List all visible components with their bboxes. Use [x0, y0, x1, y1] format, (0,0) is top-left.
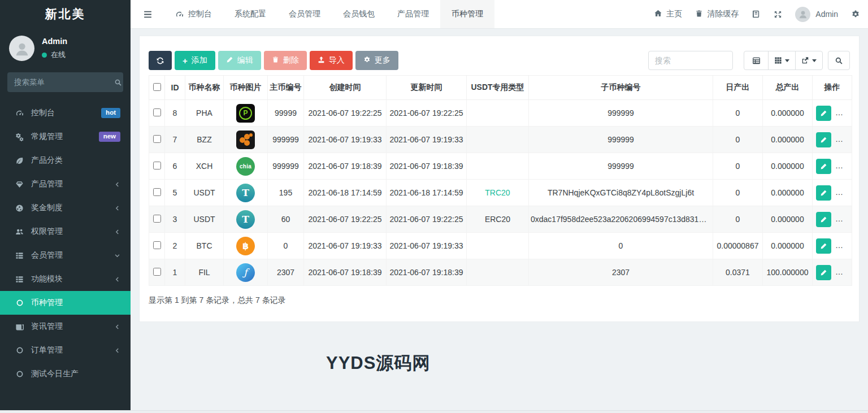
hamburger-menu-icon[interactable] [135, 0, 160, 28]
cell-updated-time: 2021-06-07 19:22:25 [387, 206, 467, 233]
view-button-group [744, 51, 823, 70]
clear-cache-button[interactable]: 清除缓存 [695, 9, 739, 19]
top-tab[interactable]: 系统配置 [223, 0, 277, 28]
select-all-checkbox[interactable] [153, 83, 161, 91]
toggle-view-icon[interactable] [744, 51, 769, 70]
top-navbar: 控制台系统配置会员管理会员钱包产品管理币种管理 主页 清除缓存 [131, 0, 868, 29]
sidebar-item[interactable]: 订单管理 [0, 338, 131, 362]
refresh-button[interactable] [149, 51, 172, 70]
delete-row-button[interactable] [837, 212, 852, 227]
sidebar-item[interactable]: 会员管理 [0, 244, 131, 267]
chevron-down-icon [114, 253, 120, 259]
chevron-left-icon [114, 347, 120, 354]
sidebar-item[interactable]: 币种管理 [0, 291, 131, 315]
fullscreen-icon[interactable] [774, 10, 782, 19]
plus-icon: + [183, 56, 188, 66]
cell-actions [813, 180, 852, 206]
cell-updated-time: 2021-06-07 19:19:33 [387, 127, 467, 153]
sidebar-item[interactable]: 产品管理 [0, 172, 131, 196]
row-checkbox[interactable] [153, 268, 161, 276]
cell-actions [813, 153, 852, 180]
sidebar-search [7, 72, 123, 92]
delete-button[interactable]: 删除 [264, 51, 307, 70]
cell-daily-output: 0.0371 [713, 259, 763, 286]
delete-row-button[interactable] [837, 238, 852, 254]
navbar-user[interactable]: Admin [795, 7, 838, 22]
top-tab[interactable]: 控制台 [164, 0, 223, 28]
cell-actions [813, 100, 852, 127]
user-name: Admin [42, 37, 67, 46]
usdt-coin-icon: T [236, 210, 255, 229]
import-button[interactable]: 导入 [310, 51, 353, 70]
home-button[interactable]: 主页 [654, 9, 682, 19]
edit-row-button[interactable] [816, 132, 831, 147]
sidebar-search-input[interactable] [14, 78, 114, 86]
column-header: 子币种编号 [529, 76, 713, 100]
table-search-input[interactable] [648, 51, 733, 70]
top-tab[interactable]: 会员管理 [277, 0, 332, 28]
row-checkbox[interactable] [153, 188, 161, 196]
edit-row-button[interactable] [816, 238, 831, 254]
add-button[interactable]: +添加 [175, 51, 215, 70]
sidebar-item[interactable]: 功能模块 [0, 267, 131, 291]
list-icon [14, 275, 25, 284]
chevron-left-icon [114, 205, 120, 211]
cogs-icon [14, 133, 25, 141]
edit-row-button[interactable] [816, 265, 831, 280]
sidebar-item[interactable]: 资讯管理 [0, 315, 131, 338]
delete-row-button[interactable] [837, 106, 852, 121]
sidebar-item[interactable]: 产品分类 [0, 149, 131, 172]
column-header: 币种名称 [185, 76, 224, 100]
settings-gear-icon[interactable] [851, 10, 860, 19]
sidebar-item[interactable]: 测试今日生产 [0, 362, 131, 386]
edit-button[interactable]: 编辑 [218, 51, 261, 70]
sidebar-item[interactable]: 奖金制度 [0, 196, 131, 220]
header-checkbox-cell [149, 76, 165, 100]
table-row: 3 USDT T 60 2021-06-07 19:22:25 2021-06-… [149, 206, 852, 233]
table-header-row: ID币种名称币种图片主币编号创建时间更新时间USDT专用类型子币种编号日产出总产… [149, 76, 852, 100]
sidebar-user-panel: Admin 在线 [0, 28, 131, 67]
row-checkbox[interactable] [153, 241, 161, 249]
top-tab[interactable]: 会员钱包 [332, 0, 386, 28]
cell-daily-output: 0 [713, 127, 763, 153]
column-header: 币种图片 [224, 76, 268, 100]
row-checkbox[interactable] [153, 135, 161, 143]
cell-sub-coin-no: 999999 [529, 100, 713, 127]
more-button[interactable]: 更多 [355, 51, 398, 70]
columns-dropdown-icon[interactable] [768, 51, 796, 70]
row-checkbox[interactable] [153, 215, 161, 223]
cell-daily-output: 0 [713, 153, 763, 180]
edit-row-button[interactable] [816, 106, 831, 121]
cell-actions [813, 233, 852, 259]
horizontal-scrollbar[interactable] [0, 410, 868, 413]
edit-row-button[interactable] [816, 212, 831, 227]
export-dropdown-icon[interactable] [795, 51, 823, 70]
sidebar-item-label: 权限管理 [31, 227, 63, 237]
cell-coin-name: FIL [185, 259, 224, 286]
delete-row-button[interactable] [837, 265, 852, 280]
row-checkbox[interactable] [153, 108, 161, 116]
cell-coin-image [224, 127, 268, 153]
delete-row-button[interactable] [837, 185, 852, 201]
sidebar-item[interactable]: 常规管理new [0, 125, 131, 149]
user-status-label: 在线 [51, 50, 66, 60]
row-checkbox[interactable] [153, 162, 161, 169]
cell-updated-time: 2021-06-07 19:18:39 [387, 153, 467, 180]
delete-row-button[interactable] [837, 132, 852, 147]
top-tab[interactable]: 币种管理 [440, 0, 494, 28]
sidebar-item-label: 产品分类 [31, 155, 63, 166]
brand-title: 新北美 [0, 0, 131, 28]
search-submit-button[interactable] [828, 51, 850, 70]
delete-row-button[interactable] [837, 159, 852, 174]
cell-usdt-type [467, 233, 529, 259]
users-icon [14, 228, 25, 236]
edit-row-button[interactable] [816, 159, 831, 174]
top-tab[interactable]: 产品管理 [386, 0, 440, 28]
log-icon[interactable] [752, 10, 761, 19]
cell-sub-coin-no: TR7NHqjeKQxGTCi8q8ZY4pL8otSzgjLj6t [529, 180, 713, 206]
cell-coin-image: P [224, 100, 268, 127]
gauge-icon [175, 10, 184, 19]
sidebar-item[interactable]: 权限管理 [0, 220, 131, 244]
sidebar-item[interactable]: 控制台hot [0, 101, 131, 125]
edit-row-button[interactable] [816, 185, 831, 201]
